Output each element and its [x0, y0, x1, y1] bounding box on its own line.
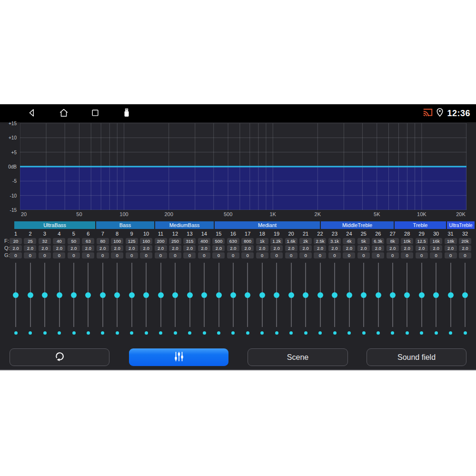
- gain-slider-30[interactable]: [432, 263, 440, 339]
- freq-value-chip: 6.3k: [372, 238, 384, 244]
- freq-value-chip: 8k: [387, 238, 399, 244]
- slider-handle[interactable]: [187, 292, 193, 298]
- gain-slider-23[interactable]: [331, 263, 338, 339]
- gain-slider-24[interactable]: [346, 263, 353, 339]
- slider-handle[interactable]: [100, 292, 106, 298]
- gain-slider-6[interactable]: [84, 263, 92, 339]
- gain-value-chip: 0: [169, 252, 181, 258]
- slider-handle[interactable]: [13, 292, 19, 298]
- gain-slider-13[interactable]: [186, 263, 194, 339]
- gain-slider-10[interactable]: [142, 263, 150, 339]
- band-group-mediant[interactable]: Mediant: [215, 221, 320, 229]
- band-column-25: 255k2.00: [357, 231, 371, 259]
- gain-slider-2[interactable]: [27, 263, 34, 339]
- freq-value-chip: 10k: [401, 238, 413, 244]
- gain-slider-27[interactable]: [389, 263, 397, 339]
- equalizer-button[interactable]: [129, 348, 228, 366]
- gain-slider-1[interactable]: [12, 263, 20, 339]
- slider-handle[interactable]: [347, 292, 352, 298]
- slider-handle[interactable]: [376, 292, 381, 298]
- band-group-treble[interactable]: Treble: [395, 221, 446, 229]
- gain-slider-21[interactable]: [302, 263, 309, 339]
- band-indicator-dot: [246, 331, 249, 335]
- slider-handle[interactable]: [245, 292, 250, 298]
- freq-value-chip: 2k: [299, 238, 312, 244]
- home-button[interactable]: [57, 104, 71, 122]
- slider-handle[interactable]: [85, 292, 91, 298]
- gain-value-chip: 0: [155, 252, 167, 258]
- gain-slider-26[interactable]: [375, 263, 382, 339]
- slider-handle[interactable]: [158, 292, 164, 298]
- gain-slider-9[interactable]: [128, 263, 136, 339]
- slider-handle[interactable]: [361, 292, 367, 298]
- slider-handle[interactable]: [259, 292, 265, 298]
- gain-slider-22[interactable]: [317, 263, 324, 339]
- gain-slider-4[interactable]: [56, 263, 63, 339]
- gain-slider-7[interactable]: [99, 263, 107, 339]
- band-group-middletreble[interactable]: MiddleTreble: [321, 221, 394, 229]
- home-icon: [59, 108, 69, 119]
- slider-handle[interactable]: [390, 292, 396, 298]
- reset-icon: [53, 350, 66, 365]
- band-column-12: 122502.00: [168, 231, 182, 259]
- slider-handle[interactable]: [230, 292, 236, 298]
- gain-slider-18[interactable]: [258, 263, 266, 339]
- gain-slider-19[interactable]: [273, 263, 280, 339]
- gain-slider-15[interactable]: [215, 263, 223, 339]
- gain-slider-25[interactable]: [360, 263, 367, 339]
- slider-handle[interactable]: [129, 292, 135, 298]
- slider-handle[interactable]: [448, 292, 454, 298]
- gain-value-chip: 0: [270, 252, 283, 258]
- gain-value-chip: 0: [97, 252, 109, 258]
- sound-field-button[interactable]: Sound field: [367, 348, 466, 366]
- slider-handle[interactable]: [419, 292, 425, 298]
- slider-handle[interactable]: [114, 292, 120, 298]
- recents-button[interactable]: [88, 104, 102, 122]
- freq-tick-label: 1K: [269, 211, 276, 217]
- gain-slider-14[interactable]: [200, 263, 208, 339]
- slider-handle[interactable]: [317, 292, 323, 298]
- slider-handle[interactable]: [28, 292, 33, 298]
- gain-slider-16[interactable]: [229, 263, 237, 339]
- slider-handle[interactable]: [462, 292, 468, 298]
- band-indicator-dot: [72, 331, 76, 335]
- band-group-mediumbass[interactable]: MediumBass: [155, 221, 214, 229]
- band-column-20: 201.6k2.00: [284, 231, 298, 259]
- gain-slider-5[interactable]: [70, 263, 78, 339]
- gain-slider-3[interactable]: [41, 263, 49, 339]
- band-group-bass[interactable]: Bass: [96, 221, 154, 229]
- slider-handle[interactable]: [288, 292, 294, 298]
- slider-handle[interactable]: [404, 292, 410, 298]
- band-column-32: 3220k2.00: [458, 231, 472, 259]
- reset-button[interactable]: [10, 348, 109, 366]
- gain-slider-17[interactable]: [244, 263, 251, 339]
- band-group-ultrabass[interactable]: UltraBass: [14, 221, 95, 229]
- gain-slider-31[interactable]: [447, 263, 455, 339]
- slider-handle[interactable]: [42, 292, 48, 298]
- slider-handle[interactable]: [274, 292, 279, 298]
- slider-handle[interactable]: [433, 292, 439, 298]
- gain-slider-11[interactable]: [157, 263, 165, 339]
- band-indicator-dot: [391, 331, 394, 335]
- band-number: 17: [245, 231, 250, 237]
- slider-handle[interactable]: [303, 292, 308, 298]
- slider-handle[interactable]: [172, 292, 178, 298]
- gain-slider-29[interactable]: [418, 263, 426, 339]
- back-button[interactable]: [25, 104, 39, 122]
- band-number: 26: [375, 231, 381, 237]
- freq-tick-label: 50: [76, 211, 82, 217]
- slider-handle[interactable]: [332, 292, 337, 298]
- scene-button[interactable]: Scene: [248, 348, 348, 366]
- band-group-ultratreble[interactable]: UltraTreble: [447, 221, 475, 229]
- slider-handle[interactable]: [57, 292, 62, 298]
- gain-slider-28[interactable]: [403, 263, 411, 339]
- slider-handle[interactable]: [216, 292, 222, 298]
- usb-button[interactable]: [119, 104, 134, 122]
- slider-handle[interactable]: [201, 292, 207, 298]
- slider-handle[interactable]: [71, 292, 77, 298]
- gain-slider-8[interactable]: [113, 263, 121, 339]
- slider-handle[interactable]: [143, 292, 149, 298]
- gain-slider-20[interactable]: [288, 263, 295, 339]
- gain-slider-12[interactable]: [171, 263, 179, 339]
- gain-slider-32[interactable]: [461, 263, 469, 339]
